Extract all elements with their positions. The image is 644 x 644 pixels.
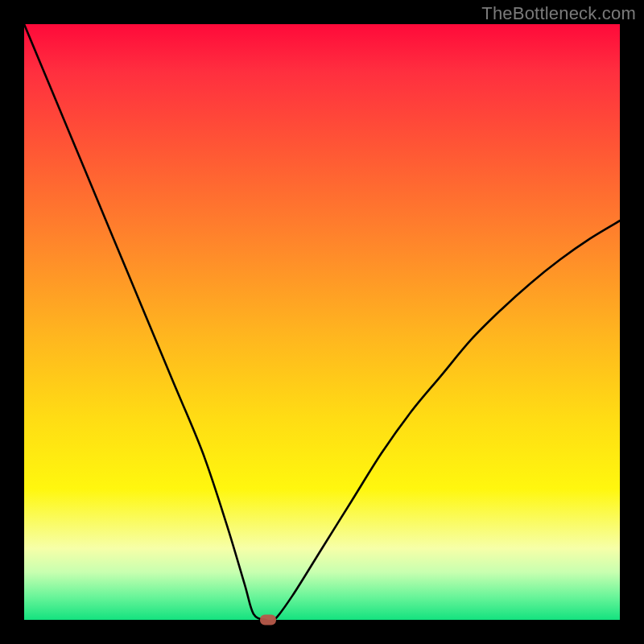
watermark-label: TheBottleneck.com <box>481 3 636 24</box>
optimum-marker <box>260 615 276 625</box>
plot-area <box>24 24 620 620</box>
bottleneck-curve-path <box>24 24 620 620</box>
curve-svg <box>24 24 620 620</box>
chart-frame: TheBottleneck.com <box>0 0 644 644</box>
